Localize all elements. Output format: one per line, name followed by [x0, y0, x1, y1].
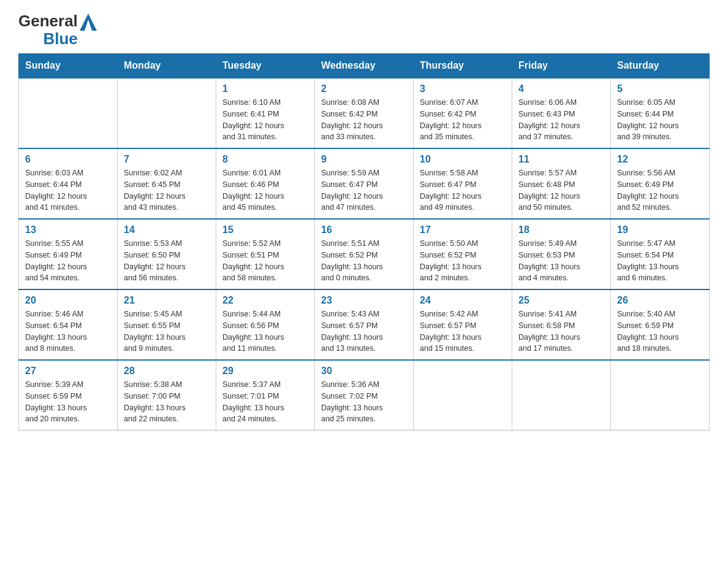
calendar-cell: 25Sunrise: 5:41 AM Sunset: 6:58 PM Dayli…	[512, 289, 611, 360]
calendar-cell: 16Sunrise: 5:51 AM Sunset: 6:52 PM Dayli…	[315, 219, 414, 289]
weekday-header-wednesday: Wednesday	[315, 54, 414, 79]
weekday-header-sunday: Sunday	[19, 54, 118, 79]
day-number: 21	[124, 295, 210, 306]
day-info: Sunrise: 5:57 AM Sunset: 6:48 PM Dayligh…	[518, 167, 604, 213]
day-info: Sunrise: 6:02 AM Sunset: 6:45 PM Dayligh…	[124, 167, 210, 213]
day-info: Sunrise: 5:55 AM Sunset: 6:49 PM Dayligh…	[25, 238, 111, 284]
svg-marker-0	[80, 13, 97, 31]
day-info: Sunrise: 5:41 AM Sunset: 6:58 PM Dayligh…	[518, 308, 604, 354]
day-info: Sunrise: 5:36 AM Sunset: 7:02 PM Dayligh…	[321, 379, 407, 425]
day-info: Sunrise: 6:03 AM Sunset: 6:44 PM Dayligh…	[25, 167, 111, 213]
weekday-header-row: SundayMondayTuesdayWednesdayThursdayFrid…	[19, 54, 710, 79]
day-number: 14	[124, 224, 210, 236]
day-info: Sunrise: 5:52 AM Sunset: 6:51 PM Dayligh…	[222, 238, 308, 284]
weekday-header-monday: Monday	[118, 54, 216, 79]
calendar-cell: 29Sunrise: 5:37 AM Sunset: 7:01 PM Dayli…	[216, 360, 315, 431]
day-number: 5	[617, 83, 703, 94]
calendar-cell: 24Sunrise: 5:42 AM Sunset: 6:57 PM Dayli…	[414, 289, 512, 360]
calendar-week-row-5: 27Sunrise: 5:39 AM Sunset: 6:59 PM Dayli…	[19, 360, 710, 431]
day-info: Sunrise: 5:43 AM Sunset: 6:57 PM Dayligh…	[321, 308, 407, 354]
logo: General Blue	[18, 12, 97, 47]
day-info: Sunrise: 6:06 AM Sunset: 6:43 PM Dayligh…	[518, 97, 604, 143]
calendar-week-row-1: 1Sunrise: 6:10 AM Sunset: 6:41 PM Daylig…	[19, 78, 710, 148]
day-number: 2	[321, 83, 407, 94]
weekday-header-thursday: Thursday	[414, 54, 512, 79]
calendar-cell: 12Sunrise: 5:56 AM Sunset: 6:49 PM Dayli…	[611, 148, 710, 219]
calendar-cell: 17Sunrise: 5:50 AM Sunset: 6:52 PM Dayli…	[414, 219, 512, 289]
day-info: Sunrise: 5:56 AM Sunset: 6:49 PM Dayligh…	[617, 167, 703, 213]
day-number: 16	[321, 224, 407, 236]
weekday-header-saturday: Saturday	[611, 54, 710, 79]
day-info: Sunrise: 5:37 AM Sunset: 7:01 PM Dayligh…	[222, 379, 308, 425]
calendar-cell: 14Sunrise: 5:53 AM Sunset: 6:50 PM Dayli…	[118, 219, 216, 289]
calendar-cell: 21Sunrise: 5:45 AM Sunset: 6:55 PM Dayli…	[118, 289, 216, 360]
calendar-cell: 7Sunrise: 6:02 AM Sunset: 6:45 PM Daylig…	[118, 148, 216, 219]
calendar-cell: 26Sunrise: 5:40 AM Sunset: 6:59 PM Dayli…	[611, 289, 710, 360]
calendar-cell: 19Sunrise: 5:47 AM Sunset: 6:54 PM Dayli…	[611, 219, 710, 289]
day-info: Sunrise: 5:39 AM Sunset: 6:59 PM Dayligh…	[25, 379, 111, 425]
calendar-cell	[512, 360, 611, 431]
calendar-cell	[118, 78, 216, 148]
day-number: 1	[222, 83, 308, 94]
day-info: Sunrise: 6:07 AM Sunset: 6:42 PM Dayligh…	[420, 97, 506, 143]
day-info: Sunrise: 5:47 AM Sunset: 6:54 PM Dayligh…	[617, 238, 703, 284]
calendar-cell: 5Sunrise: 6:05 AM Sunset: 6:44 PM Daylig…	[611, 78, 710, 148]
day-info: Sunrise: 5:50 AM Sunset: 6:52 PM Dayligh…	[420, 238, 506, 284]
calendar-cell: 11Sunrise: 5:57 AM Sunset: 6:48 PM Dayli…	[512, 148, 611, 219]
logo-blue: Blue	[43, 30, 77, 48]
calendar-table: SundayMondayTuesdayWednesdayThursdayFrid…	[18, 53, 710, 431]
day-info: Sunrise: 6:10 AM Sunset: 6:41 PM Dayligh…	[222, 97, 308, 143]
calendar-cell: 13Sunrise: 5:55 AM Sunset: 6:49 PM Dayli…	[19, 219, 118, 289]
day-info: Sunrise: 5:59 AM Sunset: 6:47 PM Dayligh…	[321, 167, 407, 213]
calendar-cell: 20Sunrise: 5:46 AM Sunset: 6:54 PM Dayli…	[19, 289, 118, 360]
day-number: 27	[25, 366, 111, 377]
calendar-cell: 30Sunrise: 5:36 AM Sunset: 7:02 PM Dayli…	[315, 360, 414, 431]
calendar-cell: 27Sunrise: 5:39 AM Sunset: 6:59 PM Dayli…	[19, 360, 118, 431]
calendar-cell	[414, 360, 512, 431]
calendar-cell: 1Sunrise: 6:10 AM Sunset: 6:41 PM Daylig…	[216, 78, 315, 148]
weekday-header-friday: Friday	[512, 54, 611, 79]
logo-general: General	[18, 12, 78, 30]
day-number: 18	[518, 224, 604, 236]
day-number: 10	[420, 154, 506, 165]
day-number: 20	[25, 295, 111, 306]
calendar-cell: 8Sunrise: 6:01 AM Sunset: 6:46 PM Daylig…	[216, 148, 315, 219]
day-number: 12	[617, 154, 703, 165]
day-number: 28	[124, 366, 210, 377]
day-number: 22	[222, 295, 308, 306]
calendar-cell: 2Sunrise: 6:08 AM Sunset: 6:42 PM Daylig…	[315, 78, 414, 148]
day-info: Sunrise: 5:44 AM Sunset: 6:56 PM Dayligh…	[222, 308, 308, 354]
page-header: General Blue	[18, 12, 710, 47]
calendar-week-row-2: 6Sunrise: 6:03 AM Sunset: 6:44 PM Daylig…	[19, 148, 710, 219]
calendar-week-row-3: 13Sunrise: 5:55 AM Sunset: 6:49 PM Dayli…	[19, 219, 710, 289]
day-number: 9	[321, 154, 407, 165]
day-number: 6	[25, 154, 111, 165]
day-info: Sunrise: 5:45 AM Sunset: 6:55 PM Dayligh…	[124, 308, 210, 354]
day-info: Sunrise: 6:08 AM Sunset: 6:42 PM Dayligh…	[321, 97, 407, 143]
day-info: Sunrise: 6:01 AM Sunset: 6:46 PM Dayligh…	[222, 167, 308, 213]
day-info: Sunrise: 5:58 AM Sunset: 6:47 PM Dayligh…	[420, 167, 506, 213]
day-number: 30	[321, 366, 407, 377]
day-info: Sunrise: 5:53 AM Sunset: 6:50 PM Dayligh…	[124, 238, 210, 284]
calendar-cell: 9Sunrise: 5:59 AM Sunset: 6:47 PM Daylig…	[315, 148, 414, 219]
day-number: 15	[222, 224, 308, 236]
calendar-cell: 23Sunrise: 5:43 AM Sunset: 6:57 PM Dayli…	[315, 289, 414, 360]
day-number: 23	[321, 295, 407, 306]
calendar-cell: 18Sunrise: 5:49 AM Sunset: 6:53 PM Dayli…	[512, 219, 611, 289]
day-info: Sunrise: 6:05 AM Sunset: 6:44 PM Dayligh…	[617, 97, 703, 143]
day-number: 24	[420, 295, 506, 306]
day-number: 8	[222, 154, 308, 165]
calendar-cell: 15Sunrise: 5:52 AM Sunset: 6:51 PM Dayli…	[216, 219, 315, 289]
logo-triangle-icon	[80, 13, 97, 31]
day-number: 3	[420, 83, 506, 94]
day-info: Sunrise: 5:38 AM Sunset: 7:00 PM Dayligh…	[124, 379, 210, 425]
day-number: 29	[222, 366, 308, 377]
day-number: 7	[124, 154, 210, 165]
day-info: Sunrise: 5:49 AM Sunset: 6:53 PM Dayligh…	[518, 238, 604, 284]
calendar-cell: 22Sunrise: 5:44 AM Sunset: 6:56 PM Dayli…	[216, 289, 315, 360]
calendar-cell	[611, 360, 710, 431]
calendar-cell	[19, 78, 118, 148]
calendar-week-row-4: 20Sunrise: 5:46 AM Sunset: 6:54 PM Dayli…	[19, 289, 710, 360]
calendar-cell: 3Sunrise: 6:07 AM Sunset: 6:42 PM Daylig…	[414, 78, 512, 148]
day-number: 11	[518, 154, 604, 165]
